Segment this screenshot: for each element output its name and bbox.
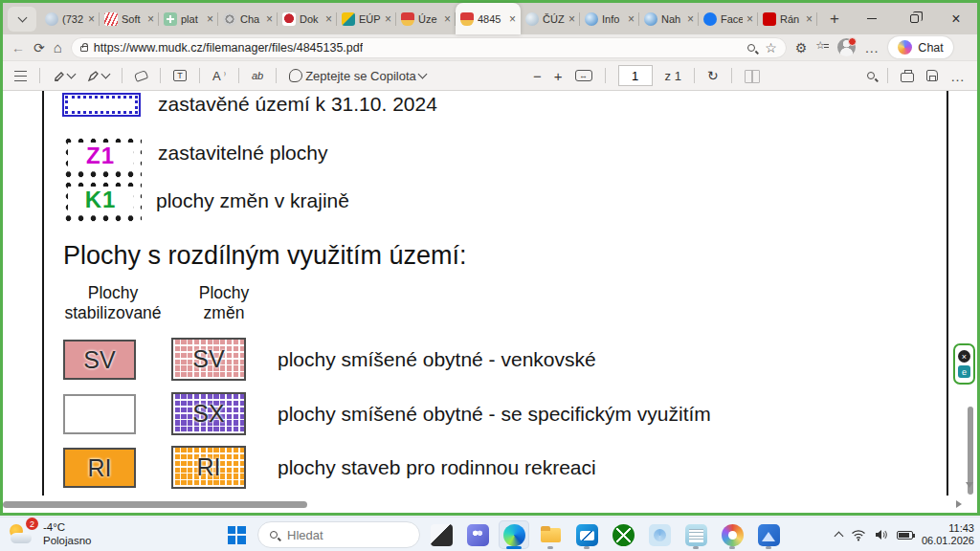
start-button[interactable]: [221, 520, 252, 549]
tab-close-icon[interactable]: [385, 13, 391, 25]
tab-close-icon[interactable]: [444, 13, 451, 25]
tab-favicon: [585, 12, 598, 26]
tab-close-icon[interactable]: [568, 13, 575, 25]
save-button[interactable]: [926, 70, 938, 81]
taskbar-teams-button[interactable]: [462, 520, 493, 549]
find-in-document-button[interactable]: [867, 72, 875, 79]
browser-tab[interactable]: 4845: [456, 3, 521, 34]
taskbar-center: [221, 520, 784, 549]
taskbar-search-input[interactable]: [285, 527, 390, 543]
tab-search-button[interactable]: [8, 7, 36, 32]
browser-tab[interactable]: Info: [580, 3, 639, 34]
copilot-chat-button[interactable]: Chat: [888, 36, 952, 58]
extensions-button[interactable]: [795, 41, 808, 55]
profile-avatar[interactable]: [837, 38, 856, 56]
extension-float-widget[interactable]: [953, 343, 975, 385]
scroll-down-arrow[interactable]: [966, 482, 973, 488]
task-view-icon: [431, 524, 453, 546]
ask-copilot-button[interactable]: Zeptejte se Copilota: [289, 69, 426, 83]
divider: [122, 68, 122, 83]
pdf-more-button[interactable]: [950, 68, 966, 84]
browser-tab[interactable]: Face: [699, 3, 758, 34]
divider: [731, 68, 732, 83]
minimize-button[interactable]: [851, 3, 893, 34]
toc-button[interactable]: [14, 71, 27, 81]
url-text: https://www.mudk.cz/filemanager/files/48…: [94, 41, 363, 55]
swatch-code: SV: [83, 346, 115, 374]
column-header-line: stabilizované: [58, 303, 167, 323]
two-page-view-button[interactable]: [745, 70, 760, 81]
tab-close-icon[interactable]: [325, 13, 332, 25]
tab-close-icon[interactable]: [806, 13, 813, 25]
refresh-button[interactable]: [33, 41, 45, 55]
battery-icon[interactable]: [897, 531, 913, 540]
scroll-right-arrow[interactable]: [956, 500, 962, 508]
translate-button[interactable]: [252, 70, 263, 81]
eraser-button[interactable]: [135, 72, 147, 80]
taskbar-edge-button[interactable]: [499, 520, 529, 549]
restore-button[interactable]: [893, 3, 935, 34]
browser-tab[interactable]: ČÚZ: [521, 3, 580, 34]
volume-icon[interactable]: [875, 529, 888, 540]
highlighter-button[interactable]: [53, 70, 75, 82]
widget-e-icon[interactable]: [958, 365, 970, 378]
taskbar-photos-button[interactable]: [753, 520, 784, 549]
wifi-icon[interactable]: [851, 529, 866, 541]
swatch-change-ri: RI: [171, 446, 246, 489]
tab-favicon: [164, 12, 177, 26]
back-button[interactable]: [11, 41, 25, 55]
tab-close-icon[interactable]: [746, 13, 753, 25]
browser-tab[interactable]: Dok: [278, 3, 337, 34]
browser-tab[interactable]: Nah: [639, 3, 699, 34]
taskbar-outlook-button[interactable]: [571, 520, 602, 549]
tab-close-icon[interactable]: [509, 13, 516, 25]
taskbar-file-explorer-button[interactable]: [535, 520, 566, 549]
print-button[interactable]: [901, 70, 914, 82]
horizontal-scrollbar-thumb[interactable]: [3, 501, 307, 508]
browser-tab[interactable]: Rán: [758, 3, 817, 34]
taskbar-copilot-button[interactable]: [644, 520, 675, 549]
fit-width-button[interactable]: [575, 70, 592, 81]
taskbar: 2 -4°C Polojasno: [0, 517, 980, 551]
browser-tab[interactable]: EÚP: [337, 3, 396, 34]
browser-tab[interactable]: Soft: [100, 3, 159, 34]
draw-button[interactable]: [87, 70, 109, 82]
add-text-button[interactable]: [173, 70, 187, 81]
page-number-input[interactable]: [618, 65, 653, 86]
zoom-search-icon[interactable]: [747, 44, 755, 52]
read-aloud-button[interactable]: [212, 69, 226, 83]
home-button[interactable]: [54, 40, 62, 55]
favorites-list-icon[interactable]: [815, 42, 829, 54]
url-field[interactable]: https://www.mudk.cz/filemanager/files/48…: [71, 37, 787, 58]
legend-boundary-label: zastavěné území k 31.10. 2024: [158, 91, 437, 117]
zoom-in-button[interactable]: [554, 68, 563, 84]
clock[interactable]: 11:43 06.01.2026: [922, 522, 974, 547]
row-label-sv: plochy smíšené obytné - venkovské: [278, 338, 596, 381]
tab-close-icon[interactable]: [628, 13, 635, 25]
browser-tab[interactable]: Cha: [218, 3, 278, 34]
weather-widget[interactable]: 2 -4°C Polojasno: [8, 520, 92, 547]
tab-close-icon[interactable]: [687, 13, 694, 25]
taskbar-paint-button[interactable]: [717, 520, 747, 549]
rotate-button[interactable]: [707, 68, 719, 83]
zoom-out-button[interactable]: [533, 68, 542, 84]
browser-tab[interactable]: (732: [40, 3, 100, 34]
new-tab-button[interactable]: +: [821, 7, 848, 32]
favorite-star-icon[interactable]: [765, 39, 777, 56]
browser-tab[interactable]: Úze: [396, 3, 456, 34]
widget-close-icon[interactable]: [958, 350, 970, 363]
legend-zone-z1-label: zastavitelné plochy: [158, 142, 327, 165]
close-button[interactable]: [935, 3, 977, 34]
taskbar-xbox-button[interactable]: [608, 520, 638, 549]
taskbar-search[interactable]: [257, 521, 420, 548]
tab-close-icon[interactable]: [88, 13, 95, 25]
taskbar-notepad-button[interactable]: [680, 520, 711, 549]
browser-tab[interactable]: plat: [159, 3, 218, 34]
tab-close-icon[interactable]: [147, 13, 154, 25]
settings-more-button[interactable]: [864, 40, 880, 55]
copilot-icon: [898, 40, 912, 55]
hidden-icons-chevron[interactable]: [834, 532, 843, 541]
tab-close-icon[interactable]: [266, 13, 273, 25]
tab-close-icon[interactable]: [207, 13, 213, 25]
taskbar-task-view-button[interactable]: [426, 520, 457, 549]
